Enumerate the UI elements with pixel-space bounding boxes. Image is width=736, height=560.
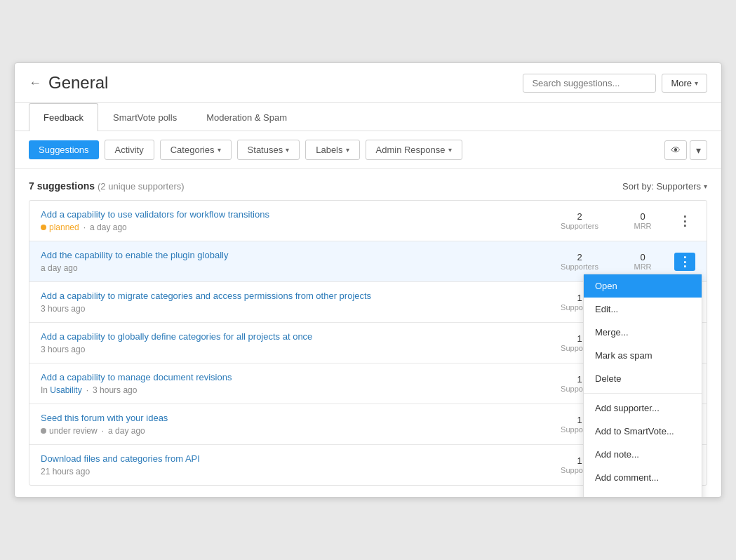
supporters-cell: 2 Supporters [548, 252, 611, 271]
category-label: In Usability [41, 385, 82, 395]
suggestion-title[interactable]: Add a capability to migrate categories a… [41, 291, 548, 301]
suggestion-title[interactable]: Seed this forum with your ideas [41, 413, 548, 423]
suggestion-meta: 3 hours ago [41, 345, 548, 354]
tabs-bar: Feedback SmartVote polls Moderation & Sp… [15, 103, 721, 131]
labels-button[interactable]: Labels ▾ [305, 140, 359, 160]
table-row: Add a capability to use validators for w… [29, 201, 707, 241]
three-dots-icon[interactable]: ⋮ [674, 212, 695, 230]
suggestion-meta: 21 hours ago [41, 467, 548, 476]
context-menu: Open Edit... Merge... Mark as spam Delet… [583, 274, 702, 498]
toolbar-right: 👁 ▾ [664, 140, 707, 160]
mrr-cell: 0 MRR [611, 211, 674, 230]
status-dot [41, 225, 46, 230]
suggestion-main: Seed this forum with your ideas under re… [41, 413, 548, 436]
menu-item-add-comment[interactable]: Add comment... [584, 466, 702, 489]
row-action-button[interactable]: ⋮ Open Edit... Merge... Mark as spam Del… [674, 253, 695, 271]
three-dots-icon[interactable]: ⋮ [674, 253, 695, 271]
suggestion-main: Add a capability to manage document revi… [41, 372, 548, 395]
category-link[interactable]: Usability [50, 385, 81, 395]
categories-button[interactable]: Categories ▾ [160, 140, 232, 160]
toolbar: Suggestions Activity Categories ▾ Status… [15, 131, 721, 169]
activity-button[interactable]: Activity [105, 140, 154, 160]
supporters-cell: 2 Supporters [548, 211, 611, 230]
menu-item-spam[interactable]: Mark as spam [584, 344, 702, 367]
suggestion-title[interactable]: Add a capability to manage document revi… [41, 372, 548, 382]
suggestion-meta: In Usability · 3 hours ago [41, 385, 548, 395]
status-badge: under review [41, 426, 98, 436]
back-button[interactable]: ← [29, 76, 41, 91]
suggestion-meta: planned · a day ago [41, 222, 548, 232]
menu-item-add-note[interactable]: Add note... [584, 443, 702, 466]
page-title: General [48, 73, 108, 93]
more-button[interactable]: More ▾ [662, 74, 707, 93]
suggestion-main: Add a capability to migrate categories a… [41, 291, 548, 314]
suggestion-title[interactable]: Add the capability to enable the plugin … [41, 250, 548, 260]
menu-item-add-supporter[interactable]: Add supporter... [584, 396, 702, 420]
header: ← General More ▾ [15, 63, 721, 103]
suggestion-meta: under review · a day ago [41, 426, 548, 436]
view-icon-button[interactable]: 👁 [664, 140, 687, 160]
suggestions-header: 7 suggestions (2 unique supporters) Sort… [29, 180, 707, 192]
more-options-button[interactable]: ▾ [690, 140, 707, 160]
mrr-cell: 0 MRR [611, 252, 674, 271]
menu-item-edit[interactable]: Edit... [584, 298, 702, 321]
menu-divider [584, 393, 702, 394]
header-right: More ▾ [523, 74, 707, 93]
table-row: Add the capability to enable the plugin … [29, 241, 707, 282]
suggestions-count: 7 suggestions (2 unique supporters) [29, 180, 185, 192]
status-dot [41, 428, 46, 434]
suggestion-title[interactable]: Add a capability to globally define cate… [41, 331, 548, 342]
suggestion-main: Add the capability to enable the plugin … [41, 250, 548, 273]
suggestion-title[interactable]: Add a capability to use validators for w… [41, 209, 548, 220]
suggestion-meta: a day ago [41, 263, 548, 273]
menu-item-add-smartvote[interactable]: Add to SmartVote... [584, 420, 702, 443]
suggestion-title[interactable]: Download files and categories from API [41, 453, 548, 464]
suggestions-table: Add a capability to use validators for w… [29, 200, 707, 486]
content: 7 suggestions (2 unique supporters) Sort… [15, 169, 721, 497]
tab-moderation[interactable]: Moderation & Spam [192, 103, 302, 131]
header-left: ← General [29, 73, 108, 93]
search-input[interactable] [523, 74, 656, 93]
menu-item-change-status[interactable]: Change status... [584, 489, 702, 498]
suggestion-meta: 3 hours ago [41, 304, 548, 314]
menu-item-merge[interactable]: Merge... [584, 321, 702, 344]
sort-button[interactable]: Sort by: Supporters ▾ [622, 181, 707, 192]
tab-feedback[interactable]: Feedback [29, 103, 98, 131]
suggestion-main: Add a capability to use validators for w… [41, 209, 548, 232]
statuses-button[interactable]: Statuses ▾ [237, 140, 300, 160]
menu-item-delete[interactable]: Delete [584, 367, 702, 390]
main-window: ← General More ▾ Feedback SmartVote poll… [14, 62, 722, 498]
admin-response-button[interactable]: Admin Response ▾ [366, 140, 462, 160]
suggestion-main: Add a capability to globally define cate… [41, 331, 548, 354]
suggestions-button[interactable]: Suggestions [29, 140, 99, 159]
row-action-button[interactable]: ⋮ [674, 212, 695, 230]
suggestion-main: Download files and categories from API 2… [41, 453, 548, 476]
tab-smartvote[interactable]: SmartVote polls [98, 103, 192, 131]
status-badge: planned [41, 222, 79, 232]
menu-item-open[interactable]: Open [584, 274, 702, 298]
